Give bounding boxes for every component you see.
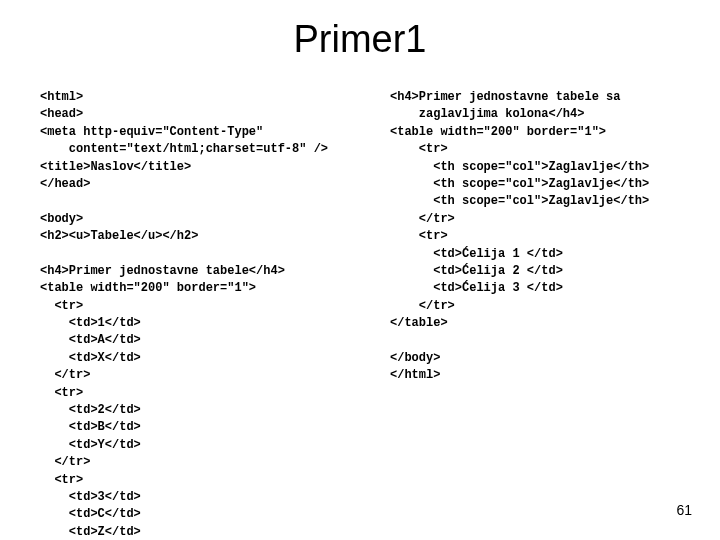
page-title: Primer1: [40, 18, 680, 61]
code-left-column: <html> <head> <meta http-equiv="Content-…: [40, 89, 330, 540]
slide: Primer1 <html> <head> <meta http-equiv="…: [0, 0, 720, 540]
code-right-column: <h4>Primer jednostavne tabele sa zaglavl…: [390, 89, 680, 540]
slide-number: 61: [676, 502, 692, 518]
code-columns: <html> <head> <meta http-equiv="Content-…: [40, 89, 680, 540]
